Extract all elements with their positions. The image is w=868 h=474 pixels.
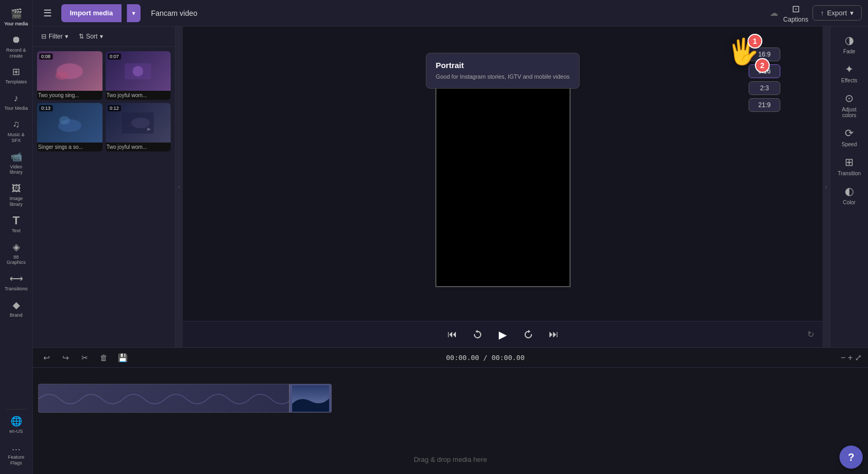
aspect-16-9-button[interactable]: 16:9	[749, 48, 780, 61]
sidebar-item-tour-media[interactable]: ♪ Tour Media	[2, 89, 31, 115]
refresh-button[interactable]: ↻	[807, 329, 814, 339]
image-library-icon: 🖼	[11, 183, 22, 194]
tool-adjust-colors[interactable]: ⊙ Adjust colors	[834, 89, 865, 121]
content-area: ⊟ Filter ▾ ⇅ Sort ▾	[33, 26, 868, 347]
sidebar-label-record-create: Record &create	[6, 48, 26, 59]
aspect-21-9-button[interactable]: 21:9	[749, 98, 780, 112]
import-media-button[interactable]: Import media	[61, 4, 122, 22]
preview-controls: ⏮ ▶ ⏭ ↻	[183, 321, 823, 347]
back5-button[interactable]	[469, 326, 486, 343]
sort-button[interactable]: ⇅ Sort ▾	[76, 31, 106, 42]
forward5-button[interactable]	[520, 326, 537, 343]
adjust-colors-label: Adjust colors	[836, 107, 863, 118]
media-item-3[interactable]: 0:13 Singer sings a so...	[37, 103, 102, 151]
fade-label: Fade	[843, 49, 855, 54]
play-button[interactable]: ▶	[494, 326, 511, 343]
tool-fade[interactable]: ◑ Fade	[834, 31, 865, 58]
filter-button[interactable]: ⊟ Filter ▾	[38, 31, 71, 42]
tool-color[interactable]: ◐ Color	[834, 182, 865, 208]
main-area: ☰ Import media ▾ Fancam video ☁ ⊡ Captio…	[33, 0, 868, 474]
media-duration-1: 0:08	[39, 53, 53, 60]
sidebar-item-record-create[interactable]: ⏺ Record &create	[2, 31, 31, 62]
media-duration-2: 0:07	[108, 53, 122, 60]
sidebar-label-en-us: en-US	[10, 429, 23, 434]
menu-button[interactable]: ☰	[39, 5, 56, 22]
project-title: Fancam video	[151, 9, 764, 17]
filter-icon: ⊟	[41, 33, 46, 40]
sidebar-item-image-library[interactable]: 🖼 Image library	[2, 179, 31, 211]
media-label-2: Two joyful wom...	[106, 91, 171, 100]
save-button[interactable]: 💾	[115, 350, 130, 365]
sidebar-item-graphics[interactable]: ◈ 88 Graphics	[2, 238, 31, 269]
media-label-4: Two joyful wom...	[106, 143, 171, 151]
redo-button[interactable]: ↪	[58, 350, 73, 365]
sidebar-item-brand[interactable]: ◆ Brand	[2, 296, 31, 321]
media-grid: 0:08 Two young sing... 0:07 Two joyful w…	[33, 47, 175, 156]
sidebar-item-music-sfx[interactable]: ♫ Music & SFX	[2, 116, 31, 147]
tool-speed[interactable]: ⟳ Speed	[834, 124, 865, 150]
export-dropdown-icon: ▾	[850, 9, 854, 17]
cut-button[interactable]: ✂	[77, 350, 92, 365]
aspect-9-16-button[interactable]: 9:16	[749, 64, 780, 78]
aspect-2-3-button[interactable]: 2:3	[749, 81, 780, 95]
export-label: Export	[827, 9, 847, 17]
drag-drop-label: Drag & drop media here	[33, 456, 868, 463]
track-thumbnail-preview	[289, 384, 331, 412]
sidebar-label-templates: Templates	[5, 79, 27, 85]
sidebar-item-text[interactable]: T Text	[2, 212, 31, 237]
track-content	[38, 384, 332, 413]
right-panel-collapse[interactable]: ›	[823, 26, 830, 347]
import-dropdown-button[interactable]: ▾	[127, 4, 141, 22]
zoom-out-button[interactable]: −	[841, 353, 845, 363]
cloud-save-icon: ☁	[770, 8, 778, 18]
captions-label: Captions	[783, 16, 808, 23]
filter-chevron: ▾	[65, 33, 68, 40]
sidebar-item-video-library[interactable]: 📹 Video library	[2, 148, 31, 179]
svg-point-3	[133, 66, 143, 77]
transition-icon: ⊞	[845, 156, 854, 168]
sort-icon: ⇅	[79, 33, 84, 40]
sidebar-label-image-library: Image library	[4, 196, 29, 207]
rewind-button[interactable]: ⏮	[444, 326, 461, 343]
sidebar-item-templates[interactable]: ⊞ Templates	[2, 63, 31, 88]
media-label-3: Singer sings a so...	[37, 143, 102, 151]
your-media-icon: 🎬	[11, 8, 22, 20]
zoom-in-button[interactable]: +	[848, 353, 853, 363]
sidebar-item-your-media[interactable]: 🎬 Your media	[2, 5, 31, 30]
delete-button[interactable]: 🗑	[96, 350, 111, 365]
preview-area: Portrait Good for Instagram stories, IGT…	[183, 26, 823, 347]
portrait-popup: Portrait Good for Instagram stories, IGT…	[426, 53, 580, 89]
speed-icon: ⟳	[845, 127, 854, 139]
graphics-icon: ◈	[11, 241, 22, 253]
sidebar-item-en-us[interactable]: 🌐 en-US	[2, 412, 31, 438]
media-duration-4: 0:12	[108, 105, 122, 111]
undo-button[interactable]: ↩	[39, 350, 54, 365]
tool-effects[interactable]: ✦ Effects	[834, 60, 865, 87]
captions-button[interactable]: ⊡ Captions	[783, 3, 808, 23]
media-toolbar: ⊟ Filter ▾ ⇅ Sort ▾	[33, 26, 175, 47]
media-item-1[interactable]: 0:08 Two young sing...	[37, 51, 102, 100]
media-duration-3: 0:13	[39, 105, 53, 111]
sidebar: 🎬 Your media ⏺ Record &create ⊞ Template…	[0, 0, 33, 474]
expand-button[interactable]: ⤢	[855, 353, 862, 363]
feature-flags-icon: …	[11, 441, 22, 453]
panel-collapse-handle[interactable]: ‹	[175, 26, 183, 347]
effects-label: Effects	[841, 78, 857, 83]
media-item-2[interactable]: 0:07 Two joyful wom...	[106, 51, 171, 100]
timeline-time: 00:00.00 / 00:00.00	[134, 354, 836, 362]
svg-text:▶: ▶	[147, 127, 151, 131]
sidebar-item-transitions[interactable]: ⟷ Transitions	[2, 270, 31, 295]
sidebar-label-tour-media: Tour Media	[4, 106, 28, 111]
media-item-4[interactable]: ▶ 0:12 Two joyful wom...	[106, 103, 171, 151]
speed-label: Speed	[842, 141, 857, 147]
portrait-description: Good for Instagram stories, IGTV and mob…	[436, 73, 570, 81]
sidebar-item-feature-flags[interactable]: … Feature Flags	[2, 438, 31, 469]
timeline-track[interactable]	[33, 384, 868, 413]
skip-forward-button[interactable]: ⏭	[545, 326, 562, 343]
sidebar-label-transitions: Transitions	[5, 286, 28, 292]
tool-transition[interactable]: ⊞ Transition	[834, 153, 865, 179]
export-button[interactable]: ↑ Export ▾	[813, 5, 862, 21]
tour-media-icon: ♪	[11, 92, 22, 104]
sidebar-divider	[6, 409, 27, 410]
fade-icon: ◑	[845, 34, 854, 46]
